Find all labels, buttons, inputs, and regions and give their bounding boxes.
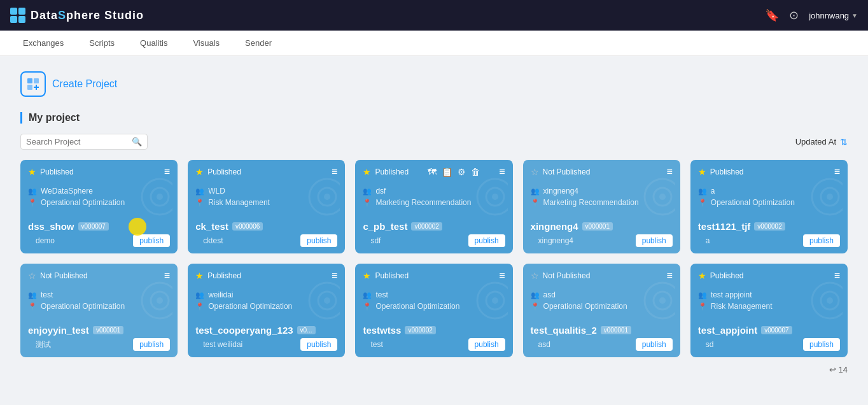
card-menu-icon[interactable]: ≡ <box>332 166 337 178</box>
location-icon: 📍 <box>28 199 37 207</box>
card-menu-icon[interactable]: ≡ <box>666 166 672 178</box>
copy-icon[interactable]: 📋 <box>442 167 452 177</box>
search-input[interactable] <box>26 137 128 146</box>
card-owner: test <box>363 340 390 349</box>
user-icon: 👥 <box>698 291 707 299</box>
status-label: Not Published <box>543 167 591 176</box>
user-icon: 👥 <box>698 187 707 195</box>
star-icon: ★ <box>363 271 371 281</box>
card-user: a <box>711 187 715 195</box>
status-label: Not Published <box>40 271 88 280</box>
subnav-item-sender[interactable]: Sender <box>232 31 284 56</box>
card-user: test <box>375 290 388 299</box>
project-card[interactable]: ★ Published ≡ 👥 test <box>355 264 512 357</box>
project-card[interactable]: ★ Published ≡ 👥 a <box>690 160 848 253</box>
subnav-item-exchanges[interactable]: Exchanges <box>10 31 76 56</box>
svg-rect-2 <box>27 85 32 90</box>
status-label: Published <box>710 167 744 176</box>
card-category: Operational Optimization <box>41 198 125 207</box>
card-user: WeDataSphere <box>41 187 93 195</box>
publish-button[interactable]: publish <box>468 338 505 351</box>
card-menu-icon[interactable]: ≡ <box>834 270 840 281</box>
status-label: Published <box>40 167 74 176</box>
card-owner-publish: 测试 publish <box>20 338 178 357</box>
status-label: Published <box>375 271 409 280</box>
logo[interactable]: DataSphere Studio <box>10 8 144 23</box>
project-card[interactable]: ★ Published 🗺 📋 ⚙ 🗑 ≡ <box>355 160 512 253</box>
project-card[interactable]: ☆ Not Published ≡ 👥 asd <box>523 264 680 357</box>
card-owner: sd <box>698 340 722 349</box>
svg-point-16 <box>659 194 666 200</box>
card-menu-icon[interactable]: ≡ <box>164 166 170 178</box>
svg-rect-0 <box>27 78 32 83</box>
user-menu[interactable]: johnnwang ▼ <box>809 11 858 20</box>
card-status: ☆ Not Published <box>531 167 591 177</box>
location-icon: 📍 <box>363 302 372 311</box>
svg-rect-1 <box>34 78 39 83</box>
create-project-button[interactable]: Create Project <box>20 71 848 97</box>
card-menu-icon[interactable]: ≡ <box>332 270 337 281</box>
create-project-label: Create Project <box>52 78 117 90</box>
card-owner-publish: sd publish <box>690 338 848 357</box>
publish-button[interactable]: publish <box>636 234 673 247</box>
location-icon: 📍 <box>698 302 707 311</box>
github-icon[interactable]: ⊙ <box>789 8 799 22</box>
card-category: Marketing Recommendation <box>375 198 471 207</box>
subnav-item-qualitis[interactable]: Qualitis <box>127 31 180 56</box>
subnav-item-scripts[interactable]: Scripts <box>76 31 127 56</box>
publish-button[interactable]: publish <box>300 338 337 351</box>
publish-button[interactable]: publish <box>300 234 337 247</box>
card-version: v000001 <box>601 326 631 334</box>
card-menu-icon[interactable]: ≡ <box>499 166 505 178</box>
bookmark-icon[interactable]: 🔖 <box>765 8 779 22</box>
subnav-item-visuals[interactable]: Visuals <box>180 31 232 56</box>
trash-icon[interactable]: 🗑 <box>471 167 480 177</box>
project-card[interactable]: ★ Published ≡ 👥 weilidai <box>188 264 345 357</box>
card-body: 👥 asd 📍 Operational Optimization <box>523 288 680 325</box>
svg-point-10 <box>324 194 330 200</box>
card-menu-icon[interactable]: ≡ <box>499 270 505 281</box>
project-card[interactable]: ☆ Not Published ≡ 👥 xingneng4 <box>523 160 680 253</box>
svg-point-28 <box>492 297 498 304</box>
gear-icon[interactable]: ⚙ <box>458 167 466 177</box>
card-menu-icon[interactable]: ≡ <box>666 270 672 281</box>
project-card[interactable]: ☆ Not Published ≡ 👥 test <box>20 264 178 357</box>
card-owner-publish: xingneng4 publish <box>523 234 680 253</box>
project-card[interactable]: ★ Published ≡ 👥 test appjoint <box>690 264 848 357</box>
card-version: v000001 <box>582 222 613 231</box>
sub-navigation: Exchanges Scripts Qualitis Visuals Sende… <box>0 31 868 56</box>
sort-icon: ⇅ <box>840 137 848 147</box>
card-body: 👥 test 📍 Operational Optimization <box>20 288 178 325</box>
card-name: test1121_tjf <box>698 221 751 232</box>
publish-button[interactable]: publish <box>133 234 170 247</box>
location-icon: 📍 <box>531 302 540 311</box>
card-version: v000007 <box>761 326 792 334</box>
location-icon: 📍 <box>195 199 204 207</box>
publish-button[interactable]: publish <box>803 234 840 247</box>
publish-button[interactable]: publish <box>468 234 505 247</box>
sort-control[interactable]: Updated At ⇅ <box>795 137 848 147</box>
app-title: DataSphere Studio <box>31 9 144 22</box>
publish-button[interactable]: publish <box>636 338 673 351</box>
user-icon: 👥 <box>531 187 540 195</box>
project-card[interactable]: ★ Published ≡ 👥 WLD <box>188 160 345 253</box>
location-icon: 📍 <box>531 199 540 207</box>
publish-button[interactable]: publish <box>133 338 170 351</box>
card-bg-icon <box>295 178 340 225</box>
card-menu-icon[interactable]: ≡ <box>834 166 840 178</box>
search-box[interactable]: 🔍 <box>20 134 148 150</box>
card-menu-icon[interactable]: ≡ <box>164 270 170 281</box>
user-icon: 👥 <box>195 291 204 299</box>
project-card[interactable]: ★ Published ≡ 👥 WeDataSphere <box>20 160 178 253</box>
star-icon: ★ <box>363 167 371 177</box>
publish-button[interactable]: publish <box>803 338 840 351</box>
card-bg-icon <box>798 178 843 225</box>
card-status: ★ Published <box>698 271 744 281</box>
map-icon[interactable]: 🗺 <box>428 167 437 177</box>
card-bg-icon <box>798 281 843 329</box>
card-category: Risk Management <box>208 198 270 207</box>
card-version: v000006 <box>232 222 263 231</box>
my-project-title: My project <box>20 112 848 124</box>
card-name: test_qualitis_2 <box>531 325 597 336</box>
star-icon: ★ <box>28 167 36 177</box>
